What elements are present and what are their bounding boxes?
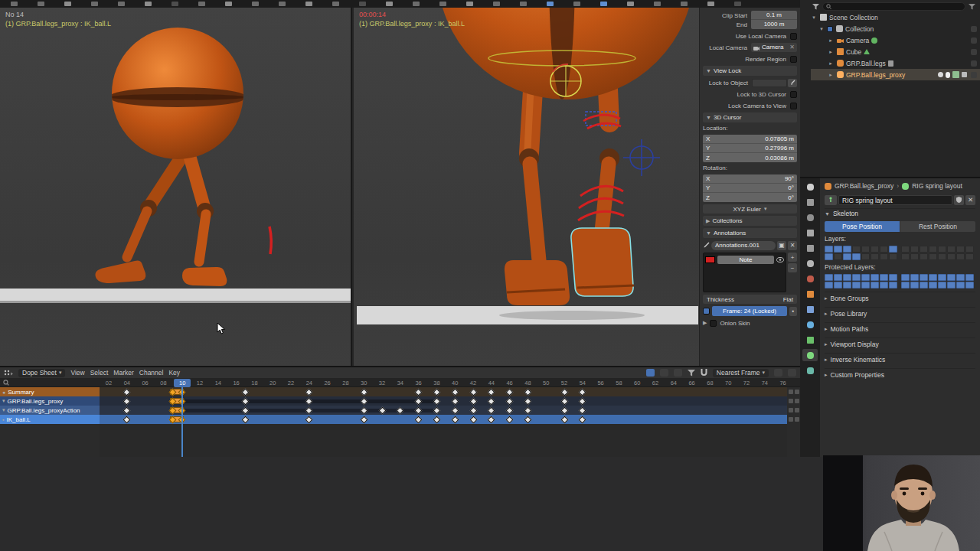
keyframe-diamond[interactable] xyxy=(242,388,250,396)
keyframe-diamond[interactable] xyxy=(488,397,495,405)
keyframe-diamond[interactable] xyxy=(506,397,514,405)
chevron-right-icon[interactable]: ▸ xyxy=(828,72,834,78)
layer-toggle[interactable] xyxy=(871,274,879,281)
layer-toggle[interactable] xyxy=(825,274,833,281)
outliner-row-cube[interactable]: ▸ Cube xyxy=(811,46,980,57)
panel-pose-library[interactable]: ▸Pose Library xyxy=(825,307,975,319)
layer-toggle[interactable] xyxy=(947,282,956,289)
layer-toggle[interactable] xyxy=(901,253,910,260)
timeline-ruler[interactable]: 0204060810121416182022242628303234363840… xyxy=(0,378,800,387)
pose-position-button[interactable]: Pose Position xyxy=(825,221,900,232)
onion-skin-checkbox[interactable] xyxy=(710,320,717,327)
keyframe-diamond[interactable] xyxy=(305,388,313,396)
hidden-toggle[interactable] xyxy=(660,369,668,377)
channel-summary[interactable]: ●Summary xyxy=(0,387,100,396)
unlink-annotation-button[interactable]: ✕ xyxy=(788,241,797,250)
clear-icon[interactable]: ✕ xyxy=(789,43,795,52)
layer-toggle[interactable] xyxy=(956,246,965,253)
outliner-search-input[interactable] xyxy=(822,2,965,11)
annotation-layer-name[interactable]: Note xyxy=(717,256,774,264)
keyframe-diamond[interactable] xyxy=(360,388,368,396)
menu-key[interactable]: Key xyxy=(168,369,180,377)
keyframe-diamond[interactable] xyxy=(433,388,440,396)
menu-marker[interactable]: Marker xyxy=(113,369,133,377)
layer-toggle[interactable] xyxy=(965,282,974,289)
channel-expand-icon[interactable]: ▪ xyxy=(2,417,4,422)
layer-toggle[interactable] xyxy=(861,282,870,289)
layer-toggle[interactable] xyxy=(843,274,851,281)
rotation-z-field[interactable]: Z0° xyxy=(703,193,797,202)
layer-toggle[interactable] xyxy=(929,274,937,281)
keyframe-diamond[interactable] xyxy=(488,388,495,396)
layer-toggle[interactable] xyxy=(843,246,851,253)
menu-select[interactable]: Select xyxy=(90,369,109,377)
filter-icon[interactable] xyxy=(812,4,819,10)
layer-toggle[interactable] xyxy=(910,253,919,260)
annotation-datablock-field[interactable]: Annotations.001 xyxy=(711,241,776,250)
local-camera-field[interactable]: Camera ✕ xyxy=(751,43,797,52)
datablock-name-field[interactable]: RIG spring layout xyxy=(838,195,952,205)
magnet-icon[interactable] xyxy=(701,369,707,377)
keyframe-diamond[interactable] xyxy=(451,406,459,414)
outliner-row-camera[interactable]: ▸ Camera xyxy=(811,34,980,46)
menu-view[interactable]: View xyxy=(70,369,84,377)
tab-output[interactable] xyxy=(802,227,818,239)
layer-toggle[interactable] xyxy=(965,274,974,281)
layer-toggle[interactable] xyxy=(843,282,851,289)
outliner-row-collection[interactable]: ▾ Collection xyxy=(811,23,980,34)
funnel-icon[interactable] xyxy=(969,4,975,10)
view-lock-panel-header[interactable]: ▼ View Lock xyxy=(703,66,797,76)
layer-toggle[interactable] xyxy=(880,246,888,253)
keyframe-diamond[interactable] xyxy=(579,388,586,396)
keyframe-diamond[interactable] xyxy=(415,388,423,396)
panel-inverse-kinematics[interactable]: ▸Inverse Kinematics xyxy=(825,353,975,365)
location-y-field[interactable]: Y0.27996 m xyxy=(703,144,797,153)
chevron-down-icon[interactable]: ▾ xyxy=(811,15,817,21)
outliner-row-scene-collection[interactable]: ▾ Scene Collection xyxy=(811,11,980,23)
layer-toggle[interactable] xyxy=(834,274,842,281)
outliner-item-label[interactable]: Camera xyxy=(846,37,869,44)
keyframe-diamond[interactable] xyxy=(433,397,440,405)
keyframe-diamond[interactable] xyxy=(579,406,586,414)
annotation-layer-list[interactable]: Note xyxy=(703,253,786,292)
layer-toggle[interactable] xyxy=(920,253,928,260)
skeleton-panel-header[interactable]: ▼ Skeleton xyxy=(825,208,975,218)
rotation-y-field[interactable]: Y0° xyxy=(703,184,797,193)
keyframe-diamond[interactable] xyxy=(305,416,313,423)
layer-toggle[interactable] xyxy=(938,282,946,289)
restrict-render-icon[interactable] xyxy=(971,49,977,55)
render-region-checkbox[interactable] xyxy=(790,56,797,63)
keyframe-row[interactable] xyxy=(100,387,787,396)
layer-toggle[interactable] xyxy=(825,253,833,260)
keyframe-diamond[interactable] xyxy=(451,416,459,423)
unlink-datablock-button[interactable]: ✕ xyxy=(965,195,975,205)
layer-toggle[interactable] xyxy=(871,246,879,253)
frame-lock-checkbox[interactable] xyxy=(703,308,710,315)
chevron-down-icon[interactable]: ▾ xyxy=(818,26,825,32)
keyframe-diamond[interactable] xyxy=(524,416,531,423)
panel-motion-paths[interactable]: ▸Motion Paths xyxy=(825,322,975,334)
outliner-item-label[interactable]: GRP.Ball.legs xyxy=(846,60,886,67)
layer-toggle[interactable] xyxy=(889,253,897,260)
thickness-slider[interactable]: Thickness Flat xyxy=(703,295,797,304)
tab-modifiers[interactable] xyxy=(802,303,818,315)
keyframe-diamond[interactable] xyxy=(469,406,477,414)
collection-checkbox[interactable] xyxy=(827,26,833,32)
layer-toggle[interactable] xyxy=(910,274,919,281)
layer-toggle[interactable] xyxy=(947,253,956,260)
channel-bone[interactable]: ▪IK_ball.L xyxy=(0,415,100,424)
layer-toggle[interactable] xyxy=(834,282,842,289)
keyframe-diamond[interactable] xyxy=(524,406,531,414)
frame-lock-button[interactable]: Frame: 24 (Locked) xyxy=(712,306,787,316)
layer-toggle[interactable] xyxy=(929,282,937,289)
channel-expand-icon[interactable]: ▾ xyxy=(2,407,5,413)
keyframe-row[interactable] xyxy=(100,406,787,415)
viewport-3d-side[interactable]: No 14 (1) GRP.Ball.legs_proxy : IK_ball.… xyxy=(0,8,352,366)
layer-toggle[interactable] xyxy=(871,282,879,289)
keyframe-row[interactable] xyxy=(100,396,787,406)
remove-layer-button[interactable]: − xyxy=(788,263,797,272)
keyframe-diamond[interactable] xyxy=(433,416,440,423)
current-frame-indicator[interactable]: 10 xyxy=(174,379,191,387)
chevron-right-icon[interactable]: ▸ xyxy=(828,60,834,67)
keyframe-diamond[interactable] xyxy=(123,397,131,405)
